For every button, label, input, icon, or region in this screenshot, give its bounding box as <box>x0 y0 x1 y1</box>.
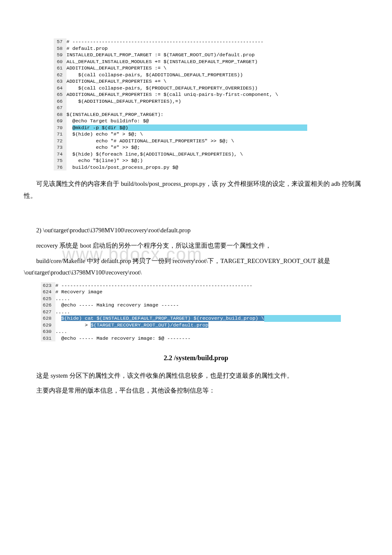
code-line: 629 > $(TARGET_RECOVERY_ROOT_OUT)/defaul… <box>41 322 368 329</box>
code-line: 64 $(call collapse-pairs, $(PRODUCT_DEFA… <box>54 85 368 92</box>
line-number: 64 <box>54 85 66 92</box>
code-line: 62 $(call collapse-pairs, $(ADDITIONAL_D… <box>54 72 368 78</box>
line-number: 623 <box>41 282 55 289</box>
code-line: 631 @echo ----- Made recovery image: $@ … <box>41 335 368 342</box>
line-number: 627 <box>41 309 55 315</box>
paragraph: 2) \out\target\product\i3798MV100\recove… <box>24 225 368 237</box>
code-line: 61ADDITIONAL_DEFAULT_PROPERTIES := \ <box>54 65 368 72</box>
code-line: 63ADDITIONAL_DEFAULT_PROPERTIES += \ <box>54 78 368 85</box>
line-number: 76 <box>54 164 66 171</box>
paragraph: recovery 系统是 boot 启动后的另外一个程序分支，所以这里面也需要一… <box>24 240 368 252</box>
code-line: 66 $(ADDITIONAL_DEFAULT_PROPERTIES),=) <box>54 98 368 105</box>
line-number: 72 <box>54 138 66 145</box>
line-number: 68 <box>54 111 66 118</box>
line-number: 626 <box>41 302 55 309</box>
line-number: 74 <box>54 151 66 158</box>
paragraph: 这是 system 分区下的属性文件，该文件收集的属性信息较多，也是打交道最多的… <box>24 370 368 382</box>
line-number: 61 <box>54 65 66 72</box>
code-line: 70 @mkdir -p $(dir $@) <box>54 124 368 131</box>
line-number: 69 <box>54 118 66 124</box>
line-number: 625 <box>41 295 55 302</box>
line-number: 57 <box>54 38 66 45</box>
code-line: 59INSTALLED_DEFAULT_PROP_TARGET := $(TAR… <box>54 52 368 58</box>
line-number: 59 <box>54 52 66 58</box>
code-line: 73 echo "#" >> $@; <box>54 144 368 151</box>
code-line: 58# default.prop <box>54 45 368 52</box>
code-line: 75 echo "$(line)" >> $@;) <box>54 157 368 164</box>
line-number: 71 <box>54 131 66 138</box>
code-line: 626 @echo ----- Making recovery image --… <box>41 302 368 309</box>
line-number: 66 <box>54 98 66 105</box>
code-line: 68$(INSTALLED_DEFAULT_PROP_TARGET): <box>54 111 368 118</box>
code-line: 65ADDITIONAL_DEFAULT_PROPERTIES := $(cal… <box>54 91 368 98</box>
line-number: 630 <box>41 328 55 335</box>
code-line: 623# -----------------------------------… <box>41 282 368 289</box>
line-number: 63 <box>54 78 66 85</box>
code-line: 67 <box>54 104 368 111</box>
code-block-1: 57# ------------------------------------… <box>54 38 368 171</box>
line-number: 67 <box>54 104 66 111</box>
line-number: 60 <box>54 58 66 65</box>
code-line: 74 $(hide) $(foreach line,$(ADDITIONAL_D… <box>54 151 368 158</box>
code-line: 627..... <box>41 309 368 315</box>
code-line: 76 build/tools/post_process_props.py $@ <box>54 164 368 171</box>
line-number: 73 <box>54 144 66 151</box>
paragraph: 主要内容是常用的版本信息，平台信息，其他设备控制信息等： <box>24 385 368 397</box>
line-number: 70 <box>54 124 66 131</box>
code-line: 625..... <box>41 295 368 302</box>
paragraph: build/core/Makefile 中对 default.prop 拷贝了一… <box>24 255 368 279</box>
code-line: 69 @echo Target buildinfo: $@ <box>54 118 368 124</box>
code-line: 628 $(hide) cat $(INSTALLED_DEFAULT_PROP… <box>41 315 368 322</box>
section-heading: 2.2 /system/build.prop <box>24 352 368 364</box>
line-number: 624 <box>41 289 55 295</box>
code-line: 71 $(hide) echo "#" > $@; \ <box>54 131 368 138</box>
line-number: 62 <box>54 72 66 78</box>
code-line: 60ALL_DEFAULT_INSTALLED_MODULES += $(INS… <box>54 58 368 65</box>
line-number: 65 <box>54 91 66 98</box>
line-number: 629 <box>41 322 55 329</box>
line-number: 75 <box>54 157 66 164</box>
line-number: 631 <box>41 335 55 342</box>
code-line: 57# ------------------------------------… <box>54 38 368 45</box>
code-block-2: 623# -----------------------------------… <box>41 282 368 342</box>
code-line: 630.... <box>41 328 368 335</box>
code-line: 624# Recovery image <box>41 289 368 295</box>
line-number: 628 <box>41 315 55 322</box>
line-number: 58 <box>54 45 66 52</box>
code-line: 72 echo "# ADDITIONAL_DEFAULT_PROPERTIES… <box>54 138 368 145</box>
paragraph: 可见该属性文件的内容来自于 build/tools/post_process_p… <box>24 178 368 202</box>
